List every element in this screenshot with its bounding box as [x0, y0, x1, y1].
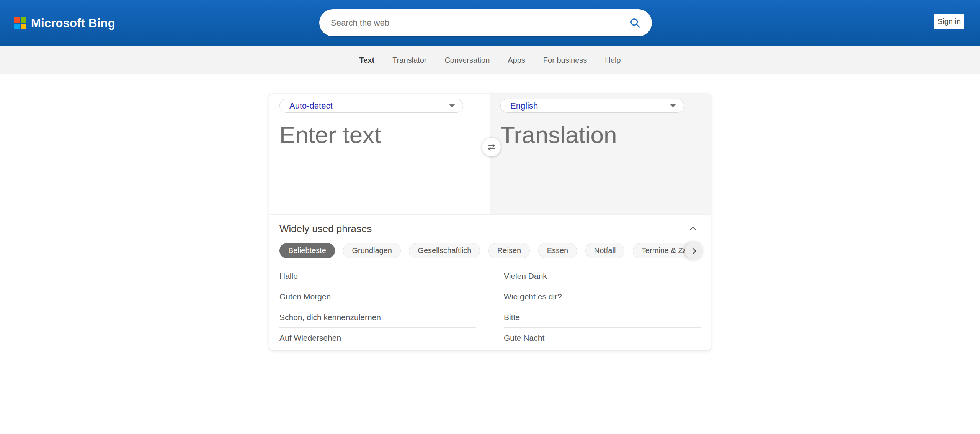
translator-panels: Auto-detect English	[269, 94, 711, 214]
search-input[interactable]	[331, 18, 627, 28]
phrase-item[interactable]: Auf Wiedersehen	[279, 328, 476, 348]
category-chips-scroller: Beliebteste Grundlagen Gesellschaftlich …	[279, 243, 701, 259]
brand-title: Microsoft Bing	[31, 16, 115, 30]
target-language-value: English	[510, 101, 538, 111]
chevron-up-icon	[688, 223, 698, 234]
chip-beliebteste[interactable]: Beliebteste	[279, 243, 335, 258]
tab-text[interactable]: Text	[359, 56, 374, 65]
top-nav: Text Translator Conversation Apps For bu…	[0, 46, 980, 74]
chevron-right-icon	[689, 245, 699, 256]
source-language-value: Auto-detect	[289, 101, 333, 111]
tab-translator[interactable]: Translator	[392, 56, 426, 65]
web-search-bar	[319, 9, 652, 36]
phrase-item[interactable]: Vielen Dank	[504, 266, 701, 286]
microsoft-logo-icon	[14, 17, 26, 29]
phrase-item[interactable]: Guten Morgen	[279, 286, 476, 307]
category-chips-row: Beliebteste Grundlagen Gesellschaftlich …	[279, 243, 701, 259]
phrase-list: Hallo Guten Morgen Schön, dich kennenzul…	[279, 266, 701, 348]
phrase-item[interactable]: Schön, dich kennenzulernen	[279, 307, 476, 328]
phrases-section: Widely used phrases Beliebteste Grundlag…	[269, 214, 711, 348]
source-text-input[interactable]	[279, 121, 480, 207]
chip-gesellschaftlich[interactable]: Gesellschaftlich	[409, 243, 480, 258]
chip-essen[interactable]: Essen	[538, 243, 577, 258]
translator-card: Auto-detect English	[269, 94, 711, 350]
collapse-phrases-button[interactable]	[685, 222, 701, 235]
scroll-chips-right-button[interactable]	[685, 242, 703, 260]
chip-notfall[interactable]: Notfall	[585, 243, 625, 258]
phrase-column-right: Vielen Dank Wie geht es dir? Bitte Gute …	[504, 266, 701, 348]
phrase-column-left: Hallo Guten Morgen Schön, dich kennenzul…	[279, 266, 476, 348]
phrases-title: Widely used phrases	[279, 223, 372, 235]
sign-in-button[interactable]: Sign in	[934, 14, 964, 29]
caret-down-icon	[670, 104, 676, 107]
swap-horizontal-icon	[486, 142, 497, 153]
search-icon	[629, 17, 641, 29]
phrases-header: Widely used phrases	[279, 215, 701, 235]
main-content: Auto-detect English	[0, 94, 980, 434]
tab-apps[interactable]: Apps	[508, 56, 525, 65]
swap-languages-button[interactable]	[482, 138, 501, 156]
tab-conversation[interactable]: Conversation	[444, 56, 490, 65]
phrase-item[interactable]: Hallo	[279, 266, 476, 286]
phrase-item[interactable]: Wie geht es dir?	[504, 286, 701, 307]
phrase-item[interactable]: Gute Nacht	[504, 328, 701, 348]
chip-reisen[interactable]: Reisen	[488, 243, 530, 258]
caret-down-icon	[449, 104, 455, 107]
source-language-dropdown[interactable]: Auto-detect	[279, 99, 463, 113]
tab-for-business[interactable]: For business	[543, 56, 587, 65]
bing-logo-link[interactable]: Microsoft Bing	[14, 16, 115, 30]
target-panel: English	[490, 94, 711, 214]
target-language-dropdown[interactable]: English	[500, 99, 684, 113]
chip-grundlagen[interactable]: Grundlagen	[343, 243, 401, 258]
header: Microsoft Bing Sign in	[0, 0, 980, 46]
source-panel: Auto-detect	[269, 94, 490, 214]
phrase-item[interactable]: Bitte	[504, 307, 701, 328]
translation-output	[500, 121, 701, 207]
search-button[interactable]	[627, 15, 644, 31]
tab-help[interactable]: Help	[605, 56, 621, 65]
